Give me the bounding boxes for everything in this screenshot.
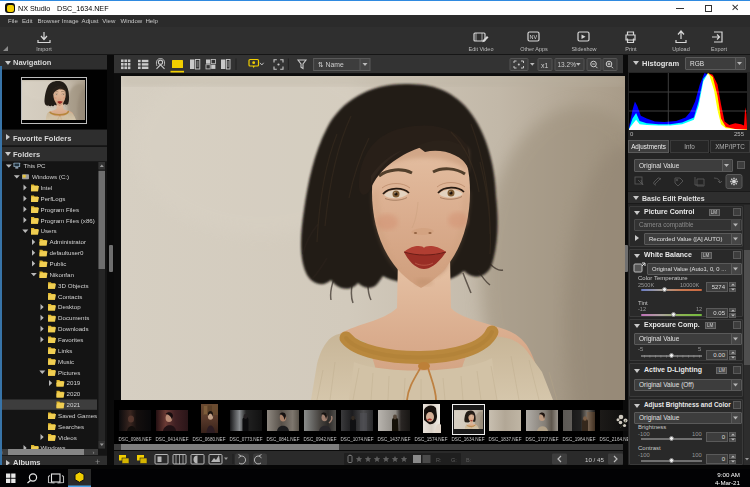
svg-text:Public: Public [50, 260, 67, 267]
svg-text:Intel: Intel [41, 184, 53, 191]
svg-text:Pictures: Pictures [58, 369, 80, 376]
svg-text:Print: Print [625, 46, 637, 52]
svg-text:B:: B: [466, 456, 472, 462]
svg-text:x1: x1 [541, 62, 549, 69]
svg-text:Desktop: Desktop [58, 303, 81, 310]
svg-text:Windows (C:): Windows (C:) [32, 173, 69, 180]
svg-text:Export: Export [711, 46, 727, 52]
svg-text:Saved Games: Saved Games [58, 412, 97, 419]
svg-text:Edit Video: Edit Video [469, 46, 494, 52]
svg-text:This PC: This PC [24, 162, 47, 169]
svg-text:PerfLogs: PerfLogs [41, 195, 66, 202]
svg-text:Links: Links [58, 347, 72, 354]
svg-text:Documents: Documents [58, 314, 89, 321]
svg-text:Upload: Upload [672, 46, 689, 52]
svg-text:2020: 2020 [67, 390, 81, 397]
svg-text:2021: 2021 [67, 401, 81, 408]
svg-text:G:: G: [451, 456, 457, 462]
svg-text:4-Mar-21: 4-Mar-21 [715, 479, 741, 486]
svg-text:9:00 AM: 9:00 AM [717, 471, 740, 478]
svg-text:Slideshow: Slideshow [571, 46, 596, 52]
svg-text:Favorites: Favorites [58, 336, 83, 343]
svg-text:Program Files (x86): Program Files (x86) [41, 217, 95, 224]
svg-text:Users: Users [41, 227, 57, 234]
svg-text:NV: NV [530, 34, 538, 40]
svg-text:3D Objects: 3D Objects [58, 282, 89, 289]
svg-text:R:: R: [436, 456, 442, 462]
svg-text:Nikonfan: Nikonfan [50, 271, 75, 278]
svg-text:Downloads: Downloads [58, 325, 89, 332]
svg-text:Import: Import [36, 46, 52, 52]
svg-text:Contacts: Contacts [58, 293, 82, 300]
svg-text:defaultuser0: defaultuser0 [50, 249, 85, 256]
svg-text:Program Files: Program Files [41, 206, 80, 213]
svg-text:Music: Music [58, 358, 74, 365]
svg-text:2019: 2019 [67, 379, 81, 386]
svg-text:Searches: Searches [58, 423, 84, 430]
svg-text:Administrator: Administrator [50, 238, 86, 245]
svg-text:Other Apps: Other Apps [520, 46, 548, 52]
svg-text:Videos: Videos [58, 434, 77, 441]
svg-text:⇅ Name: ⇅ Name [318, 61, 344, 68]
svg-text:10 / 45: 10 / 45 [585, 455, 604, 462]
svg-text:13.2%: 13.2% [558, 61, 577, 68]
